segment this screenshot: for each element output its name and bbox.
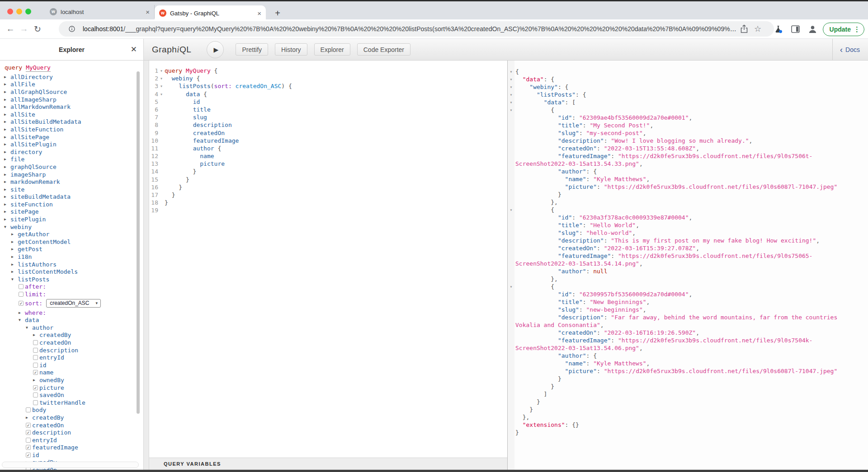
explorer-tree-row[interactable]: ▶ownedBy <box>0 376 143 384</box>
editor-line[interactable]: 16 } <box>149 183 507 191</box>
expand-arrow-icon[interactable]: ▶ <box>11 270 17 274</box>
expand-arrow-icon[interactable]: ▶ <box>4 202 10 206</box>
bookmark-star-icon[interactable]: ☆ <box>751 22 764 36</box>
unchecked-checkbox[interactable] <box>33 340 38 345</box>
fold-arrow-icon[interactable]: ▾ <box>158 82 165 90</box>
expand-arrow-icon[interactable]: ▶ <box>19 311 24 315</box>
explorer-vertical-scrollbar[interactable] <box>137 71 140 414</box>
explorer-tree-row[interactable]: ▶getPost <box>0 246 143 253</box>
explorer-tree-row[interactable]: ▶graphQlSource <box>0 163 143 171</box>
new-tab-button[interactable]: + <box>271 7 284 19</box>
explorer-tree-row[interactable]: ▶directory <box>0 148 143 156</box>
expand-arrow-icon[interactable]: ▶ <box>4 127 10 131</box>
editor-line[interactable]: 7 slug <box>149 113 507 121</box>
expand-arrow-icon[interactable]: ▶ <box>4 150 10 154</box>
editor-line[interactable]: 12 name <box>149 152 507 160</box>
explorer-tree-row[interactable]: ▶allImageSharp <box>0 96 143 103</box>
expand-arrow-icon[interactable]: ▶ <box>4 135 10 139</box>
explorer-tree-row[interactable]: entryId <box>0 354 143 361</box>
back-button[interactable]: ← <box>4 22 17 36</box>
expand-arrow-icon[interactable]: ▶ <box>4 157 10 161</box>
checked-checkbox[interactable]: ✓ <box>26 453 31 458</box>
editor-line[interactable]: 3▾ listPosts(sort: createdOn_ASC) { <box>149 82 507 90</box>
editor-line[interactable]: 15 } <box>149 176 507 183</box>
url-text[interactable]: localhost:8001/___graphql?query=query%20… <box>83 25 737 33</box>
fold-arrow-icon[interactable]: ▾ <box>508 98 514 106</box>
expand-arrow-icon[interactable]: ▶ <box>4 82 10 86</box>
expand-arrow-icon[interactable]: ▶ <box>4 120 10 124</box>
browser-menu-icon[interactable]: ⋮ <box>854 25 860 33</box>
expand-arrow-icon[interactable]: ▶ <box>4 187 10 192</box>
explorer-tree-row[interactable]: ▶allSite <box>0 111 143 118</box>
fold-arrow-icon[interactable]: ▾ <box>158 90 165 98</box>
close-icon[interactable]: × <box>146 8 150 16</box>
unchecked-checkbox[interactable] <box>33 393 38 397</box>
toolbar-button-code-exporter[interactable]: Code Exporter <box>357 43 410 56</box>
explorer-tree-row[interactable]: ▶siteFunction <box>0 201 143 208</box>
expand-arrow-icon[interactable]: ▶ <box>4 173 10 177</box>
editor-line[interactable]: 9 createdOn <box>149 129 507 137</box>
explorer-tree-row[interactable]: ▶allSiteBuildMetadata <box>0 118 143 126</box>
explorer-tree-row[interactable]: ▶allFile <box>0 81 143 89</box>
fold-arrow-icon[interactable]: ▾ <box>508 283 514 290</box>
expand-arrow-icon[interactable]: ▶ <box>11 240 17 244</box>
checked-checkbox[interactable]: ✓ <box>19 301 24 306</box>
expand-arrow-icon[interactable]: ▶ <box>4 210 10 214</box>
side-panel-icon[interactable] <box>788 22 803 37</box>
expand-arrow-icon[interactable]: ▶ <box>33 378 39 382</box>
checked-checkbox[interactable]: ✓ <box>26 423 31 428</box>
forward-button[interactable]: → <box>17 22 31 36</box>
explorer-tree-row[interactable]: ▶imageSharp <box>0 171 143 178</box>
collapse-arrow-icon[interactable]: ▼ <box>11 277 17 281</box>
explorer-tree-row[interactable]: entryId <box>0 436 143 444</box>
checked-checkbox[interactable]: ✓ <box>26 430 31 435</box>
checked-checkbox[interactable]: ✓ <box>33 385 38 390</box>
execute-query-button[interactable]: ▶ <box>207 41 224 58</box>
explorer-tree-row[interactable]: ▶i18n <box>0 253 143 261</box>
explorer-tree-row[interactable]: ✓featuredImage <box>0 444 143 452</box>
unchecked-checkbox[interactable] <box>26 407 31 412</box>
editor-line[interactable]: 1▾query MyQuery { <box>149 67 507 75</box>
editor-line[interactable]: 17 } <box>149 191 507 199</box>
expand-arrow-icon[interactable]: ▶ <box>4 195 10 199</box>
explorer-tree-row[interactable]: ▶markdownRemark <box>0 178 143 186</box>
close-icon[interactable]: ✕ <box>131 45 137 54</box>
unchecked-checkbox[interactable] <box>26 438 31 443</box>
explorer-tree-row[interactable]: savedOn <box>0 391 143 399</box>
toolbar-button-history[interactable]: History <box>275 43 307 56</box>
explorer-tree-row[interactable]: ▼data <box>0 316 143 324</box>
toolbar-button-prettify[interactable]: Prettify <box>236 43 268 56</box>
explorer-tree-row[interactable]: limit: <box>0 290 143 298</box>
fold-arrow-icon[interactable]: ▾ <box>508 91 514 98</box>
unchecked-checkbox[interactable] <box>33 348 38 353</box>
expand-arrow-icon[interactable]: ▶ <box>4 112 10 117</box>
explorer-tree-row[interactable]: ▶site <box>0 186 143 193</box>
fold-arrow-icon[interactable]: ▾ <box>508 83 514 91</box>
share-icon[interactable] <box>737 22 751 36</box>
explorer-tree-row[interactable]: ✓sort:createdOn_ASC▾ <box>0 298 143 309</box>
fold-arrow-icon[interactable]: ▾ <box>158 75 165 82</box>
explorer-tree-row[interactable]: ▼author <box>0 324 143 332</box>
expand-arrow-icon[interactable]: ▶ <box>26 416 32 420</box>
expand-arrow-icon[interactable]: ▶ <box>11 247 17 251</box>
expand-arrow-icon[interactable]: ▶ <box>4 90 10 94</box>
editor-line[interactable]: 18} <box>149 199 507 206</box>
query-editor[interactable]: 1▾query MyQuery {2▾ webiny {3▾ listPosts… <box>149 61 507 470</box>
editor-line[interactable]: 13 picture <box>149 160 507 168</box>
explorer-tree-row[interactable]: ✓description <box>0 429 143 436</box>
explorer-tree-row[interactable]: ▶allDirectory <box>0 73 143 81</box>
collapse-arrow-icon[interactable]: ▼ <box>26 326 32 330</box>
tab-localhost[interactable]: w localhost × <box>45 5 155 19</box>
minimize-window-button[interactable] <box>16 9 22 14</box>
expand-arrow-icon[interactable]: ▶ <box>4 142 10 146</box>
expand-arrow-icon[interactable]: ▶ <box>4 105 10 109</box>
explorer-tree-row[interactable]: ▶allSitePlugin <box>0 140 143 148</box>
close-window-button[interactable] <box>7 9 13 14</box>
explorer-tree-row[interactable]: ▶file <box>0 156 143 164</box>
explorer-tree-row[interactable]: id <box>0 361 143 369</box>
explorer-tree-row[interactable]: ▶allMarkdownRemark <box>0 103 143 111</box>
explorer-tree-row[interactable]: ✓picture <box>0 384 143 392</box>
sort-select[interactable]: createdOn_ASC▾ <box>46 299 101 308</box>
explorer-tree-row[interactable]: ▶getAuthor <box>0 230 143 238</box>
explorer-tree-row[interactable]: ▼listPosts <box>0 276 143 283</box>
